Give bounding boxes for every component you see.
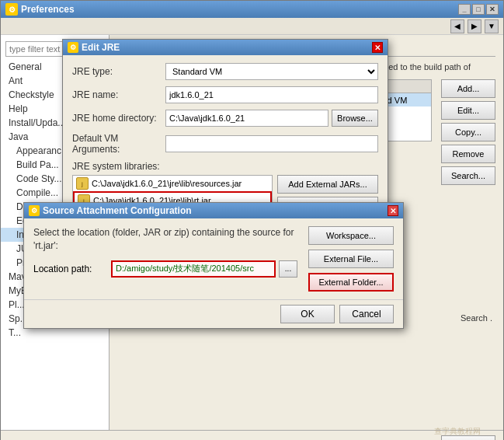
vm-args-label: Default VM Arguments: — [72, 133, 165, 155]
source-main: Select the location (folder, JAR or zip)… — [24, 218, 403, 299]
jre-name-row: JRE name: document.querySelector('[data-… — [72, 86, 378, 103]
jre-type-label: JRE type: — [72, 66, 165, 77]
browse-button[interactable]: Browse... — [332, 110, 378, 127]
add-button[interactable]: Add... — [441, 79, 495, 98]
source-desc: Select the location (folder, JAR or zip)… — [33, 226, 297, 253]
preferences-title: Preferences — [21, 4, 75, 15]
jre-home-label: JRE home directory: — [72, 113, 165, 124]
back-button[interactable]: ◀ — [450, 19, 464, 33]
cancel-source-button[interactable]: Cancel — [339, 305, 394, 323]
source-dialog-icon: ⚙ — [29, 205, 40, 216]
source-location-input[interactable] — [111, 260, 276, 278]
source-location-label: Location path: — [33, 264, 111, 274]
edit-jre-title-bar: ⚙ Edit JRE ✕ — [63, 40, 388, 55]
minimize-button[interactable]: _ — [458, 4, 471, 15]
source-location-row: Location path: ... — [33, 260, 297, 278]
jre-type-row: JRE type: Standard VM — [72, 63, 378, 80]
preferences-icon: ⚙ — [5, 3, 18, 16]
edit-jre-title: Edit JRE — [82, 42, 120, 53]
source-browse-button[interactable]: ... — [279, 260, 297, 278]
vm-args-row: Default VM Arguments: — [72, 133, 378, 155]
external-file-button[interactable]: External File... — [308, 250, 394, 268]
menu-button[interactable]: ▼ — [485, 19, 499, 33]
edit-button[interactable]: Edit... — [441, 101, 495, 120]
forward-button[interactable]: ▶ — [468, 19, 481, 33]
jre-type-select[interactable]: Standard VM — [165, 63, 378, 80]
source-dialog-close[interactable]: ✕ — [388, 205, 398, 216]
source-attachment-dialog: ⚙ Source Attachment Configuration ✕ Sele… — [23, 202, 404, 329]
vm-args-input[interactable] — [165, 135, 378, 152]
edit-jre-close-button[interactable]: ✕ — [372, 42, 383, 53]
add-external-jars-button[interactable]: Add External JARs... — [277, 175, 378, 194]
libs-label: JRE system libraries: — [72, 161, 378, 172]
side-buttons: Add... Edit... Copy... Remove Search... — [441, 79, 495, 185]
bottom-bar: Cancel — [1, 430, 503, 440]
jar-icon: j — [76, 177, 89, 190]
jre-name-input[interactable] — [165, 86, 378, 103]
lib-item[interactable]: j C:\Java\jdk1.6.0_21\jre\lib\resources.… — [73, 176, 272, 191]
remove-button[interactable]: Remove — [441, 145, 495, 163]
copy-button[interactable]: Copy... — [441, 123, 495, 141]
cancel-button[interactable]: Cancel — [441, 435, 495, 441]
source-title-bar: ⚙ Source Attachment Configuration ✕ — [24, 203, 403, 218]
preferences-toolbar: ◀ ▶ ▼ — [1, 18, 503, 35]
ok-button[interactable]: OK — [280, 305, 335, 323]
source-right-buttons: Workspace... External File... External F… — [308, 226, 394, 292]
close-button[interactable]: ✕ — [486, 4, 499, 15]
maximize-button[interactable]: □ — [472, 4, 485, 15]
preferences-title-bar: ⚙ Preferences _ □ ✕ — [1, 1, 503, 18]
source-footer: OK Cancel — [24, 299, 403, 328]
external-folder-button[interactable]: External Folder... — [308, 273, 394, 292]
edit-jre-icon: ⚙ — [68, 42, 78, 53]
jre-home-input[interactable] — [165, 110, 328, 127]
title-bar-controls: _ □ ✕ — [458, 4, 499, 15]
search-dot-text: Search . — [461, 313, 492, 323]
lib-path: C:\Java\jdk1.6.0_21\jre\lib\resources.ja… — [92, 179, 242, 188]
source-left: Select the location (folder, JAR or zip)… — [33, 226, 297, 292]
jre-name-label: JRE name: — [72, 89, 165, 100]
jre-home-row: JRE home directory: Browse... — [72, 110, 378, 127]
workspace-button[interactable]: Workspace... — [308, 226, 394, 245]
search-button[interactable]: Search... — [441, 166, 495, 185]
source-dialog-title: Source Attachment Configuration — [43, 205, 192, 216]
